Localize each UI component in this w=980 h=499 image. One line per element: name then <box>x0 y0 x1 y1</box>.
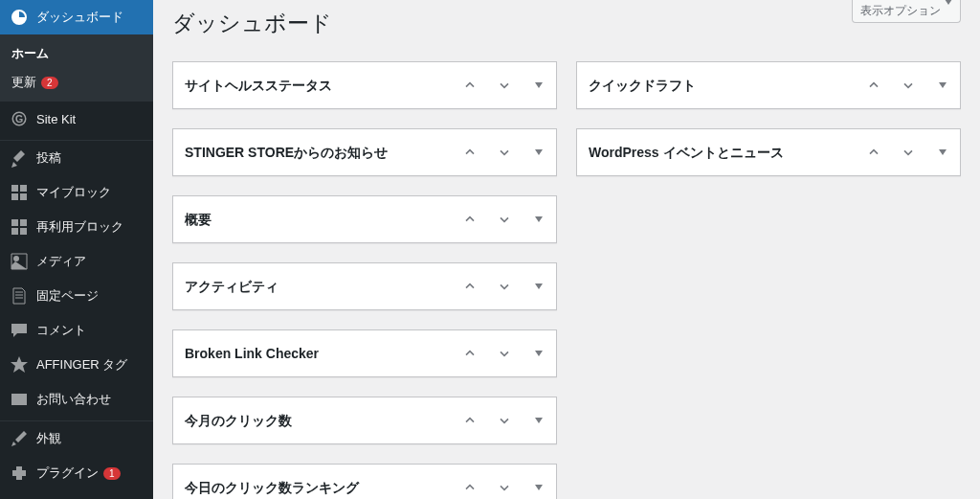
widget-title: Broken Link Checker <box>173 330 453 376</box>
sidebar-item-media[interactable]: メディア <box>0 244 153 279</box>
sidebar-label: お問い合わせ <box>36 391 111 408</box>
widget-actions <box>453 263 556 309</box>
dashboard-widget: クイックドラフト <box>576 61 961 109</box>
sidebar-label: ダッシュボード <box>36 9 123 26</box>
comment-icon <box>10 321 29 340</box>
triangle-down-icon <box>535 82 543 88</box>
dashboard-widget: WordPress イベントとニュース <box>576 128 961 176</box>
blocks-icon <box>10 217 29 237</box>
toggle-button[interactable] <box>522 129 556 175</box>
sidebar-label: AFFINGER タグ <box>36 356 127 374</box>
svg-point-10 <box>13 256 19 261</box>
sidebar-label: 外観 <box>36 430 61 447</box>
dashboard-widget: Broken Link Checker <box>172 329 557 377</box>
toggle-button[interactable] <box>925 129 960 175</box>
sidebar-sub-home[interactable]: ホーム <box>0 39 153 68</box>
plugins-badge: 1 <box>103 467 121 480</box>
triangle-down-icon <box>535 216 543 222</box>
move-down-button[interactable] <box>487 465 522 499</box>
toggle-button[interactable] <box>522 62 556 108</box>
triangle-down-icon <box>535 418 543 423</box>
sidebar-item-comments[interactable]: コメント <box>0 313 153 348</box>
move-up-button[interactable] <box>453 263 487 309</box>
sidebar-item-myblock[interactable]: マイブロック <box>0 175 153 210</box>
move-down-button[interactable] <box>891 129 925 175</box>
move-up-button[interactable] <box>453 129 487 175</box>
widget-actions <box>453 62 556 108</box>
sitekit-icon: G <box>10 109 29 128</box>
widget-title: 今月のクリック数 <box>173 397 453 443</box>
move-up-button[interactable] <box>453 62 487 108</box>
widget-header: STINGER STOREからのお知らせ <box>173 129 556 175</box>
mail-icon <box>10 390 29 409</box>
move-down-button[interactable] <box>487 330 522 376</box>
widget-title: WordPress イベントとニュース <box>577 129 857 175</box>
sidebar-label: プラグイン <box>36 465 99 482</box>
widget-title: 今日のクリック数ランキング <box>173 465 453 499</box>
move-down-button[interactable] <box>487 263 522 309</box>
widget-title: STINGER STOREからのお知らせ <box>173 129 453 175</box>
svg-text:G: G <box>15 113 23 125</box>
widget-title: アクティビティ <box>173 263 453 309</box>
sidebar-item-pages[interactable]: 固定ページ <box>0 279 153 313</box>
svg-rect-8 <box>11 228 18 235</box>
sidebar-item-reusable[interactable]: 再利用ブロック <box>0 210 153 244</box>
svg-rect-5 <box>20 193 27 200</box>
sidebar-sub-updates[interactable]: 更新2 <box>0 68 153 97</box>
sidebar-label: 再利用ブロック <box>36 218 123 236</box>
widget-header: 今日のクリック数ランキング <box>173 465 556 499</box>
widget-title: 概要 <box>173 196 453 242</box>
widget-actions <box>857 129 960 175</box>
main-content: 表示オプション ダッシュボード サイトヘルスステータスSTINGER STORE… <box>153 0 980 499</box>
sidebar-item-sitekit[interactable]: G Site Kit <box>0 102 153 136</box>
toggle-button[interactable] <box>522 397 556 443</box>
move-up-button[interactable] <box>453 465 487 499</box>
toggle-button[interactable] <box>522 263 556 309</box>
move-up-button[interactable] <box>453 330 487 376</box>
sidebar-item-affinger[interactable]: AFFINGER タグ <box>0 348 153 382</box>
svg-rect-7 <box>20 219 27 226</box>
move-down-button[interactable] <box>487 397 522 443</box>
widget-actions <box>857 62 960 108</box>
page-title: ダッシュボード <box>172 0 961 42</box>
sidebar-item-appearance[interactable]: 外観 <box>0 421 153 456</box>
pin-icon <box>10 148 29 168</box>
sidebar-label: マイブロック <box>36 184 111 201</box>
updates-badge: 2 <box>41 77 58 89</box>
widget-header: WordPress イベントとニュース <box>577 129 960 175</box>
move-down-button[interactable] <box>487 129 522 175</box>
sidebar-item-plugins[interactable]: プラグイン 1 <box>0 456 153 490</box>
sidebar-label: メディア <box>36 253 86 270</box>
sidebar-item-posts[interactable]: 投稿 <box>0 141 153 175</box>
widget-actions <box>453 129 556 175</box>
sidebar-label: 固定ページ <box>36 287 99 305</box>
svg-rect-2 <box>11 185 18 192</box>
widget-actions <box>453 196 556 242</box>
move-up-button[interactable] <box>453 397 487 443</box>
move-up-button[interactable] <box>857 62 891 108</box>
move-down-button[interactable] <box>891 62 925 108</box>
toggle-button[interactable] <box>522 465 556 499</box>
toggle-button[interactable] <box>522 330 556 376</box>
svg-rect-4 <box>11 193 18 200</box>
brush-icon <box>10 429 29 448</box>
sidebar-item-users[interactable]: ユーザー <box>0 490 153 499</box>
toggle-button[interactable] <box>522 196 556 242</box>
svg-rect-6 <box>11 219 18 226</box>
dashboard-widget: 今月のクリック数 <box>172 397 557 444</box>
admin-sidebar: ダッシュボード ホーム 更新2 G Site Kit 投稿 マイブロック 再利用… <box>0 0 153 499</box>
toggle-button[interactable] <box>925 62 960 108</box>
svg-rect-9 <box>20 228 27 235</box>
move-up-button[interactable] <box>453 196 487 242</box>
widget-actions <box>453 465 556 499</box>
widget-header: Broken Link Checker <box>173 330 556 376</box>
screen-options-button[interactable]: 表示オプション <box>852 0 961 23</box>
sidebar-item-dashboard[interactable]: ダッシュボード <box>0 0 153 34</box>
move-down-button[interactable] <box>487 62 522 108</box>
widget-header: アクティビティ <box>173 263 556 309</box>
move-up-button[interactable] <box>857 129 891 175</box>
dashboard-widget: STINGER STOREからのお知らせ <box>172 128 557 176</box>
move-down-button[interactable] <box>487 196 522 242</box>
dashboard-icon <box>10 8 29 27</box>
sidebar-item-contact[interactable]: お問い合わせ <box>0 382 153 417</box>
